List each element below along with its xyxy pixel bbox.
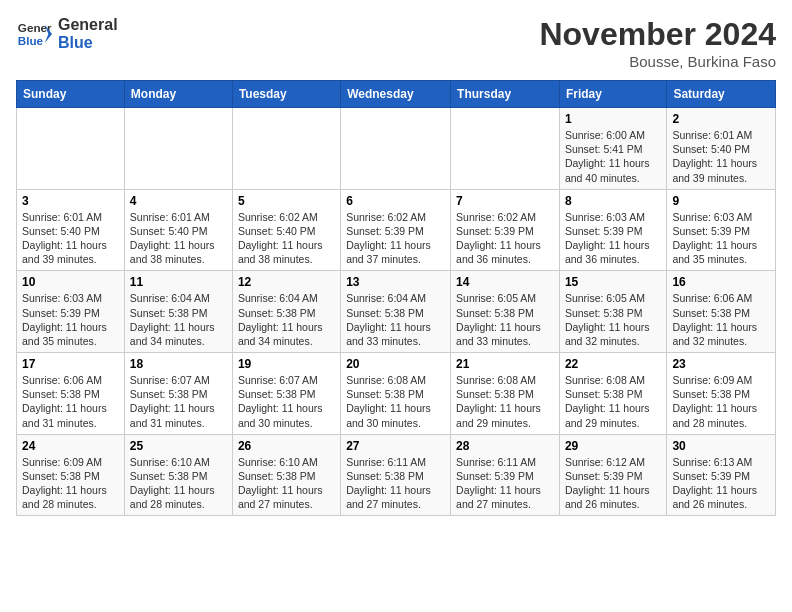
calendar-week-0: 1Sunrise: 6:00 AM Sunset: 5:41 PM Daylig… [17,108,776,190]
calendar-cell: 18Sunrise: 6:07 AM Sunset: 5:38 PM Dayli… [124,353,232,435]
day-info: Sunrise: 6:01 AM Sunset: 5:40 PM Dayligh… [672,128,770,185]
day-info: Sunrise: 6:08 AM Sunset: 5:38 PM Dayligh… [346,373,445,430]
logo-icon: General Blue [16,16,52,52]
day-header-saturday: Saturday [667,81,776,108]
calendar-body: 1Sunrise: 6:00 AM Sunset: 5:41 PM Daylig… [17,108,776,516]
day-header-thursday: Thursday [451,81,560,108]
day-header-wednesday: Wednesday [341,81,451,108]
calendar-table: SundayMondayTuesdayWednesdayThursdayFrid… [16,80,776,516]
day-number: 3 [22,194,119,208]
day-number: 5 [238,194,335,208]
day-header-monday: Monday [124,81,232,108]
calendar-week-4: 24Sunrise: 6:09 AM Sunset: 5:38 PM Dayli… [17,434,776,516]
day-info: Sunrise: 6:01 AM Sunset: 5:40 PM Dayligh… [130,210,227,267]
day-info: Sunrise: 6:04 AM Sunset: 5:38 PM Dayligh… [238,291,335,348]
day-info: Sunrise: 6:05 AM Sunset: 5:38 PM Dayligh… [456,291,554,348]
day-number: 28 [456,439,554,453]
day-info: Sunrise: 6:08 AM Sunset: 5:38 PM Dayligh… [565,373,661,430]
day-number: 18 [130,357,227,371]
day-info: Sunrise: 6:05 AM Sunset: 5:38 PM Dayligh… [565,291,661,348]
title-section: November 2024 Bousse, Burkina Faso [539,16,776,70]
logo-blue: Blue [58,34,118,52]
day-number: 2 [672,112,770,126]
calendar-cell: 16Sunrise: 6:06 AM Sunset: 5:38 PM Dayli… [667,271,776,353]
day-number: 22 [565,357,661,371]
day-info: Sunrise: 6:07 AM Sunset: 5:38 PM Dayligh… [130,373,227,430]
calendar-cell: 11Sunrise: 6:04 AM Sunset: 5:38 PM Dayli… [124,271,232,353]
calendar-cell: 25Sunrise: 6:10 AM Sunset: 5:38 PM Dayli… [124,434,232,516]
calendar-cell: 26Sunrise: 6:10 AM Sunset: 5:38 PM Dayli… [232,434,340,516]
calendar-cell [124,108,232,190]
day-number: 20 [346,357,445,371]
calendar-cell [341,108,451,190]
day-info: Sunrise: 6:11 AM Sunset: 5:38 PM Dayligh… [346,455,445,512]
calendar-cell: 5Sunrise: 6:02 AM Sunset: 5:40 PM Daylig… [232,189,340,271]
day-number: 25 [130,439,227,453]
calendar-cell: 23Sunrise: 6:09 AM Sunset: 5:38 PM Dayli… [667,353,776,435]
day-info: Sunrise: 6:10 AM Sunset: 5:38 PM Dayligh… [130,455,227,512]
day-number: 29 [565,439,661,453]
day-header-tuesday: Tuesday [232,81,340,108]
day-number: 1 [565,112,661,126]
day-info: Sunrise: 6:13 AM Sunset: 5:39 PM Dayligh… [672,455,770,512]
day-number: 9 [672,194,770,208]
day-info: Sunrise: 6:03 AM Sunset: 5:39 PM Dayligh… [22,291,119,348]
svg-text:Blue: Blue [18,34,44,47]
day-number: 27 [346,439,445,453]
calendar-cell: 15Sunrise: 6:05 AM Sunset: 5:38 PM Dayli… [559,271,666,353]
month-title: November 2024 [539,16,776,53]
day-info: Sunrise: 6:08 AM Sunset: 5:38 PM Dayligh… [456,373,554,430]
header: General Blue General Blue November 2024 … [16,16,776,70]
calendar-cell: 12Sunrise: 6:04 AM Sunset: 5:38 PM Dayli… [232,271,340,353]
calendar-cell: 29Sunrise: 6:12 AM Sunset: 5:39 PM Dayli… [559,434,666,516]
day-number: 30 [672,439,770,453]
day-info: Sunrise: 6:02 AM Sunset: 5:40 PM Dayligh… [238,210,335,267]
day-info: Sunrise: 6:02 AM Sunset: 5:39 PM Dayligh… [346,210,445,267]
location-subtitle: Bousse, Burkina Faso [539,53,776,70]
logo: General Blue General Blue [16,16,118,52]
day-header-sunday: Sunday [17,81,125,108]
day-info: Sunrise: 6:03 AM Sunset: 5:39 PM Dayligh… [672,210,770,267]
calendar-cell: 9Sunrise: 6:03 AM Sunset: 5:39 PM Daylig… [667,189,776,271]
day-info: Sunrise: 6:02 AM Sunset: 5:39 PM Dayligh… [456,210,554,267]
calendar-cell [451,108,560,190]
day-number: 21 [456,357,554,371]
day-number: 11 [130,275,227,289]
day-info: Sunrise: 6:09 AM Sunset: 5:38 PM Dayligh… [22,455,119,512]
calendar-week-3: 17Sunrise: 6:06 AM Sunset: 5:38 PM Dayli… [17,353,776,435]
day-number: 17 [22,357,119,371]
calendar-cell: 7Sunrise: 6:02 AM Sunset: 5:39 PM Daylig… [451,189,560,271]
calendar-cell: 2Sunrise: 6:01 AM Sunset: 5:40 PM Daylig… [667,108,776,190]
calendar-cell: 17Sunrise: 6:06 AM Sunset: 5:38 PM Dayli… [17,353,125,435]
day-info: Sunrise: 6:12 AM Sunset: 5:39 PM Dayligh… [565,455,661,512]
calendar-cell: 19Sunrise: 6:07 AM Sunset: 5:38 PM Dayli… [232,353,340,435]
day-info: Sunrise: 6:11 AM Sunset: 5:39 PM Dayligh… [456,455,554,512]
day-number: 14 [456,275,554,289]
calendar-cell: 24Sunrise: 6:09 AM Sunset: 5:38 PM Dayli… [17,434,125,516]
calendar-cell: 13Sunrise: 6:04 AM Sunset: 5:38 PM Dayli… [341,271,451,353]
calendar-week-1: 3Sunrise: 6:01 AM Sunset: 5:40 PM Daylig… [17,189,776,271]
calendar-cell: 6Sunrise: 6:02 AM Sunset: 5:39 PM Daylig… [341,189,451,271]
day-number: 23 [672,357,770,371]
day-info: Sunrise: 6:06 AM Sunset: 5:38 PM Dayligh… [672,291,770,348]
day-number: 19 [238,357,335,371]
day-header-friday: Friday [559,81,666,108]
logo-general: General [58,16,118,34]
calendar-cell: 1Sunrise: 6:00 AM Sunset: 5:41 PM Daylig… [559,108,666,190]
calendar-week-2: 10Sunrise: 6:03 AM Sunset: 5:39 PM Dayli… [17,271,776,353]
day-number: 4 [130,194,227,208]
day-number: 16 [672,275,770,289]
calendar-cell: 22Sunrise: 6:08 AM Sunset: 5:38 PM Dayli… [559,353,666,435]
day-info: Sunrise: 6:09 AM Sunset: 5:38 PM Dayligh… [672,373,770,430]
calendar-cell: 10Sunrise: 6:03 AM Sunset: 5:39 PM Dayli… [17,271,125,353]
calendar-cell: 27Sunrise: 6:11 AM Sunset: 5:38 PM Dayli… [341,434,451,516]
day-number: 8 [565,194,661,208]
calendar-cell [17,108,125,190]
day-info: Sunrise: 6:04 AM Sunset: 5:38 PM Dayligh… [130,291,227,348]
day-info: Sunrise: 6:06 AM Sunset: 5:38 PM Dayligh… [22,373,119,430]
calendar-cell: 14Sunrise: 6:05 AM Sunset: 5:38 PM Dayli… [451,271,560,353]
day-number: 6 [346,194,445,208]
day-number: 26 [238,439,335,453]
day-number: 15 [565,275,661,289]
day-info: Sunrise: 6:03 AM Sunset: 5:39 PM Dayligh… [565,210,661,267]
